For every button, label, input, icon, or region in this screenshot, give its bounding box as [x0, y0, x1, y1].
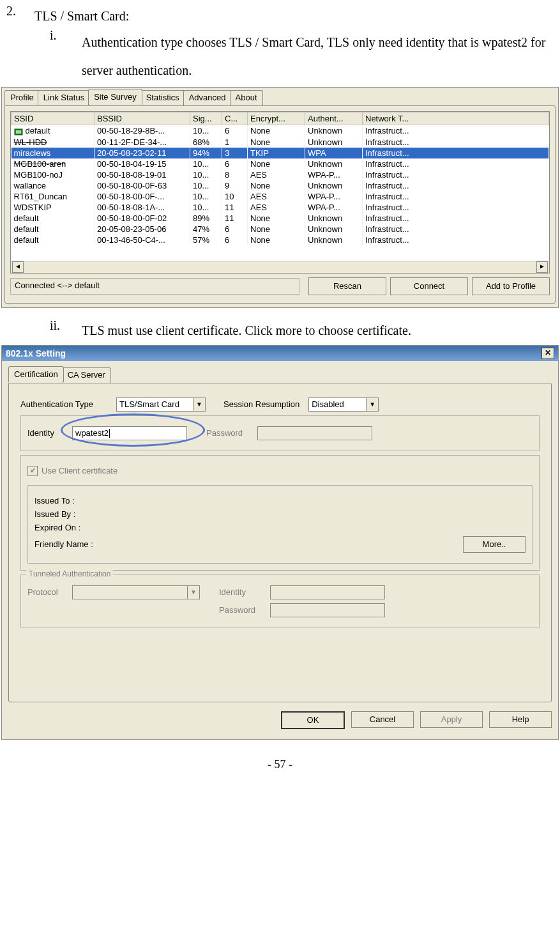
- table-cell: Unknown: [305, 137, 363, 148]
- more-button[interactable]: More..: [463, 536, 526, 553]
- column-header[interactable]: Sig...: [190, 112, 222, 125]
- table-cell: AES: [248, 202, 305, 213]
- dropdown-icon[interactable]: ▼: [366, 397, 379, 412]
- session-resumption-value: Disabled: [308, 397, 366, 412]
- friendly-name-label: Friendly Name :: [34, 539, 463, 549]
- dlg-tabbar: CertificationCA Server: [8, 366, 552, 383]
- tab-statistics[interactable]: Statistics: [140, 90, 185, 105]
- table-row[interactable]: default00-50-18-29-8B-...10...6NoneUnkno…: [11, 125, 549, 137]
- table-cell: TKIP: [248, 148, 305, 158]
- password-label: Password: [206, 428, 257, 438]
- table-cell: Infrastruct...: [363, 213, 549, 224]
- table-cell: 6: [222, 125, 248, 137]
- table-row[interactable]: default20-05-08-23-05-0647%6NoneUnknownI…: [11, 224, 549, 235]
- table-cell: 00-13-46-50-C4-...: [95, 235, 190, 245]
- table-cell: 6: [222, 235, 248, 245]
- tab-certification[interactable]: Certification: [8, 366, 64, 382]
- table-cell: WL-HDD: [11, 137, 95, 148]
- list-number: 2.: [6, 4, 34, 28]
- column-header[interactable]: Encrypt...: [248, 112, 305, 125]
- table-cell: Infrastruct...: [363, 202, 549, 213]
- use-client-cert-label: Use Client certificate: [42, 466, 117, 475]
- table-cell: AES: [248, 191, 305, 202]
- connect-button[interactable]: Connect: [390, 277, 468, 295]
- identity-label: Identity: [27, 428, 72, 438]
- rescan-button[interactable]: Rescan: [308, 277, 386, 295]
- table-cell: 00-50-18-04-19-15: [95, 158, 190, 169]
- identity-input[interactable]: wpatest2: [72, 426, 187, 440]
- table-cell: Unknown: [305, 158, 363, 169]
- table-cell: None: [248, 224, 305, 235]
- table-cell: 11: [222, 213, 248, 224]
- table-cell: 00-50-18-29-8B-...: [95, 125, 190, 137]
- tab-advanced[interactable]: Advanced: [183, 90, 232, 105]
- table-cell: Infrastruct...: [363, 137, 549, 148]
- tab-link-status[interactable]: Link Status: [38, 90, 90, 105]
- table-row[interactable]: WDSTKIP00-50-18-08-1A-...10...11AESWPA-P…: [11, 202, 549, 213]
- horizontal-scrollbar[interactable]: ◄ ►: [11, 261, 549, 273]
- table-cell: 8: [222, 169, 248, 180]
- table-row[interactable]: MGB100-noJ00-50-18-08-19-0110...8AESWPA-…: [11, 169, 549, 180]
- add-to-profile-button[interactable]: Add to Profile: [472, 277, 550, 295]
- table-cell: 3: [222, 148, 248, 158]
- table-cell: 10...: [190, 202, 222, 213]
- table-row[interactable]: miraclews20-05-08-23-02-1194%3TKIPWPAInf…: [11, 148, 549, 158]
- apply-button: Apply: [420, 711, 483, 728]
- table-row[interactable]: RT61_Duncan00-50-18-00-0F-...10...10AESW…: [11, 191, 549, 202]
- table-cell: 20-05-08-23-02-11: [95, 148, 190, 158]
- table-cell: 6: [222, 224, 248, 235]
- dropdown-icon[interactable]: ▼: [193, 397, 206, 412]
- table-cell: 10...: [190, 191, 222, 202]
- column-header[interactable]: SSID: [11, 112, 95, 125]
- table-cell: 6: [222, 158, 248, 169]
- auth-type-combo[interactable]: TLS/Smart Card ▼: [116, 397, 206, 412]
- ok-button[interactable]: OK: [281, 711, 345, 729]
- table-row[interactable]: wallance00-50-18-00-0F-6310...9NoneUnkno…: [11, 180, 549, 191]
- dot1x-dialog: 802.1x Setting ✕ CertificationCA Server …: [1, 345, 559, 740]
- table-cell: None: [248, 235, 305, 245]
- table-row[interactable]: default00-13-46-50-C4-...57%6NoneUnknown…: [11, 235, 549, 245]
- tunnel-identity-input: [270, 585, 385, 599]
- column-header[interactable]: C...: [222, 112, 248, 125]
- close-icon[interactable]: ✕: [541, 348, 554, 359]
- tunnel-protocol-combo: ▼: [72, 585, 200, 599]
- table-row[interactable]: MGB100-aren00-50-18-04-19-1510...6NoneUn…: [11, 158, 549, 169]
- table-cell: 10...: [190, 169, 222, 180]
- table-cell: Unknown: [305, 125, 363, 137]
- table-cell: WPA-P...: [305, 202, 363, 213]
- subitem-ii-text: TLS must use client certificate. Click m…: [82, 318, 554, 343]
- table-cell: Unknown: [305, 224, 363, 235]
- issued-by-label: Issued By :: [34, 509, 526, 519]
- table-cell: 10: [222, 191, 248, 202]
- tab-site-survey[interactable]: Site Survey: [88, 89, 142, 105]
- help-button[interactable]: Help: [489, 711, 552, 728]
- table-cell: 11: [222, 202, 248, 213]
- table-cell: None: [248, 137, 305, 148]
- column-header[interactable]: Network T...: [363, 112, 549, 125]
- tunnel-password-input: [270, 603, 385, 617]
- table-row[interactable]: WL-HDD00-11-2F-DE-34-...68%1NoneUnknownI…: [11, 137, 549, 148]
- tunnel-group-title: Tunneled Authentication: [26, 569, 113, 578]
- table-cell: WPA: [305, 148, 363, 158]
- session-resumption-label: Session Resumption: [223, 399, 299, 409]
- tunnel-password-label: Password: [219, 605, 270, 615]
- table-cell: WPA-P...: [305, 169, 363, 180]
- table-row[interactable]: default00-50-18-00-0F-0289%11NoneUnknown…: [11, 213, 549, 224]
- table-cell: default: [11, 235, 95, 245]
- table-cell: 20-05-08-23-05-06: [95, 224, 190, 235]
- session-resumption-combo[interactable]: Disabled ▼: [308, 397, 379, 412]
- tunnel-identity-label: Identity: [219, 587, 270, 597]
- page-number: - 57 -: [0, 758, 560, 771]
- column-header[interactable]: BSSID: [95, 112, 190, 125]
- column-header[interactable]: Authent...: [305, 112, 363, 125]
- tab-ca-server[interactable]: CA Server: [62, 367, 111, 383]
- table-cell: 00-50-18-00-0F-...: [95, 191, 190, 202]
- tab-about[interactable]: About: [230, 90, 263, 105]
- tab-profile[interactable]: Profile: [4, 90, 40, 105]
- scroll-right-icon[interactable]: ►: [536, 261, 548, 273]
- subitem-roman-ii: ii.: [34, 318, 82, 343]
- table-cell: MGB100-aren: [11, 158, 95, 169]
- table-cell: Infrastruct...: [363, 191, 549, 202]
- scroll-left-icon[interactable]: ◄: [12, 261, 24, 273]
- cancel-button[interactable]: Cancel: [351, 711, 414, 728]
